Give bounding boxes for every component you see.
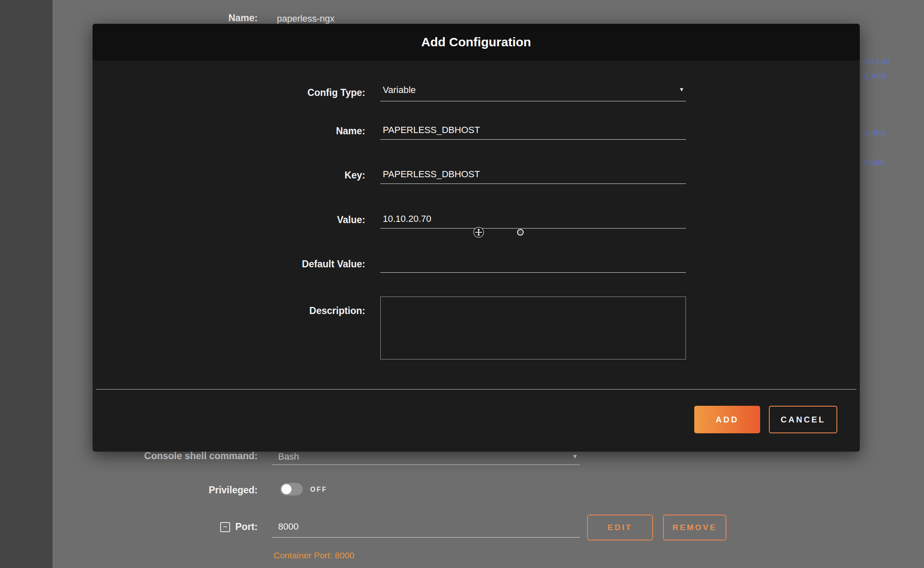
bg-clipped-text-3: st the (864, 128, 885, 138)
bg-name-label: Name: (196, 13, 258, 24)
container-port-text: Container Port: 8000 (274, 550, 354, 560)
privileged-state-label: OFF (310, 486, 327, 493)
config-type-value: Variable (383, 85, 416, 96)
default-value-label: Default Value: (173, 259, 365, 270)
port-underline (272, 537, 580, 538)
console-shell-select[interactable]: Bash (278, 451, 299, 462)
remove-button[interactable]: REMOVE (663, 515, 726, 540)
modal-title: Add Configuration (93, 24, 860, 60)
config-type-label: Config Type: (173, 87, 365, 98)
page: Name: paperless-ngx ou can g and st the … (0, 0, 924, 568)
chevron-down-icon: ▼ (572, 453, 578, 460)
collapse-minus-icon[interactable]: − (220, 522, 230, 532)
name-label: Name: (173, 126, 365, 137)
privileged-label: Privileged: (167, 485, 258, 496)
value-input[interactable] (380, 209, 686, 229)
toggle-knob (281, 484, 291, 494)
move-cursor-icon (472, 226, 485, 239)
description-label: Description: (173, 305, 365, 317)
bg-name-value: paperless-ngx (277, 13, 334, 24)
bg-clipped-text-2: g and (864, 70, 886, 80)
bg-clipped-text-4: nsole. (864, 157, 887, 167)
console-shell-label: Console shell command: (125, 450, 258, 462)
drag-handle-dot (517, 229, 524, 236)
name-input[interactable] (380, 121, 686, 140)
chevron-down-icon: ▼ (679, 86, 684, 93)
console-shell-underline (272, 465, 580, 465)
page-left-band (0, 0, 53, 568)
privileged-toggle[interactable] (280, 483, 303, 495)
key-label: Key: (173, 170, 365, 181)
modal-header: Add Configuration (93, 24, 860, 60)
modal-footer-divider (96, 389, 856, 390)
key-input[interactable] (380, 165, 686, 184)
bg-clipped-text-1: ou can (864, 56, 890, 66)
port-label: Port: (233, 521, 258, 533)
edit-button[interactable]: EDIT (587, 515, 653, 540)
description-textarea[interactable] (380, 297, 686, 359)
config-type-select[interactable]: Variable ▼ (380, 82, 686, 101)
value-label: Value: (173, 214, 365, 226)
cancel-button[interactable]: CANCEL (769, 406, 837, 433)
port-value[interactable]: 8000 (278, 521, 299, 532)
add-button[interactable]: ADD (694, 406, 760, 433)
default-value-input[interactable] (380, 254, 686, 273)
